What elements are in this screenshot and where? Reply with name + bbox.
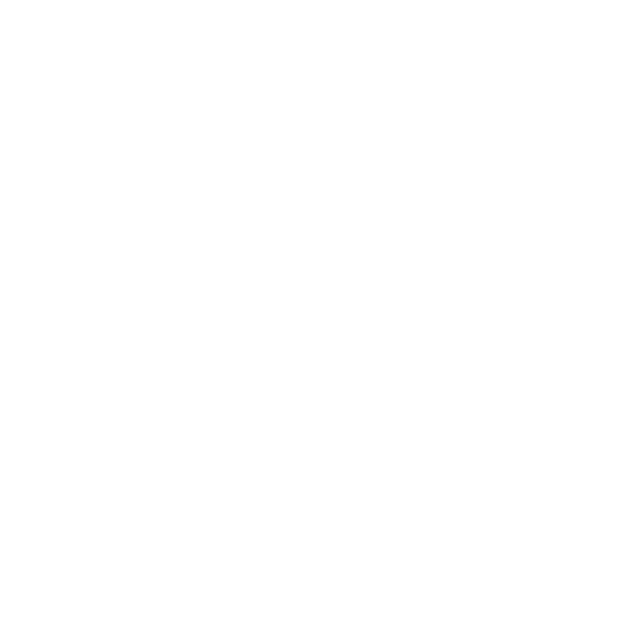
bottleneck-curve-plot [0,0,644,644]
chart-container: { "watermark": "TheBottleneck.com", "col… [0,0,644,644]
